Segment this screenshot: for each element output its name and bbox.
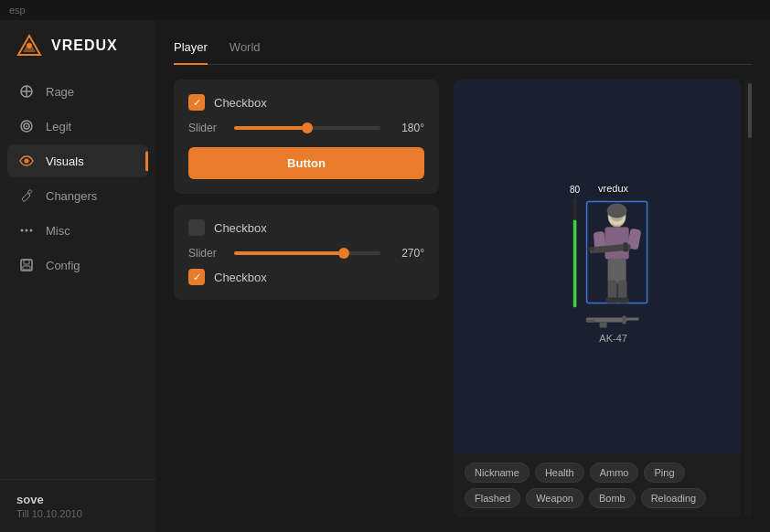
right-scrollbar[interactable] <box>744 80 752 517</box>
sidebar-nav: Rage Legit <box>0 75 155 479</box>
checkmark-2-icon: ✓ <box>193 272 201 282</box>
sidebar-item-legit[interactable]: Legit <box>7 110 148 143</box>
slider-row-2: Slider 270° <box>188 247 424 260</box>
svg-rect-25 <box>623 242 628 251</box>
tag-bomb[interactable]: Bomb <box>589 488 636 508</box>
left-panel: ✓ Checkbox Slider 180° Button <box>174 80 439 517</box>
health-bar <box>573 197 577 307</box>
sidebar-item-legit-label: Legit <box>46 120 71 133</box>
sidebar-item-misc-label: Misc <box>46 224 70 238</box>
card-2: Checkbox Slider 270° ✓ <box>174 205 439 300</box>
tag-weapon[interactable]: Weapon <box>526 488 583 508</box>
tab-world[interactable]: World <box>230 35 261 65</box>
health-number: 80 <box>570 185 580 195</box>
svg-rect-27 <box>608 280 617 300</box>
svg-rect-33 <box>623 315 626 324</box>
checkbox-2-label: Checkbox <box>214 221 267 235</box>
checkbox-1[interactable]: ✓ <box>188 94 205 111</box>
right-panel-wrapper: vredux 80 <box>454 80 752 517</box>
crosshair-icon <box>18 83 35 100</box>
target-icon <box>18 118 35 134</box>
sidebar-item-changers-label: Changers <box>46 189 97 203</box>
checkbox-3[interactable]: ✓ <box>188 269 205 285</box>
sidebar-logo: VREDUX <box>0 33 155 75</box>
svg-point-10 <box>30 229 33 232</box>
svg-rect-26 <box>608 258 626 283</box>
svg-point-8 <box>21 229 24 232</box>
tags-row: Nickname Health Ammo Ping Flashed <box>454 453 741 517</box>
svg-point-9 <box>26 229 28 232</box>
player-visual-row: 80 <box>573 197 654 307</box>
tag-nickname[interactable]: Nickname <box>465 463 529 483</box>
sidebar-username: sove <box>16 493 139 506</box>
player-sprite <box>581 197 654 307</box>
sidebar-logo-text: VREDUX <box>51 37 118 54</box>
checkbox-row-2: Checkbox <box>188 219 424 236</box>
sidebar: VREDUX Rage <box>0 20 155 532</box>
svg-rect-29 <box>606 297 618 303</box>
tab-player[interactable]: Player <box>174 35 208 65</box>
slider-1-track[interactable] <box>234 126 380 130</box>
button-1[interactable]: Button <box>188 147 424 179</box>
dots-icon <box>18 222 35 239</box>
svg-point-0 <box>27 43 32 48</box>
esp-preview: vredux 80 <box>454 80 741 453</box>
slider-2-track[interactable] <box>234 251 380 255</box>
svg-point-18 <box>607 203 627 218</box>
sidebar-item-misc[interactable]: Misc <box>7 214 148 247</box>
tab-bar: Player World <box>174 35 752 65</box>
sidebar-item-visuals[interactable]: Visuals <box>7 144 148 177</box>
checkbox-1-label: Checkbox <box>214 96 267 110</box>
slider-row-1: Slider 180° <box>188 122 424 134</box>
weapon-area: AK-47 <box>573 311 654 344</box>
card-1: ✓ Checkbox Slider 180° Button <box>174 80 439 194</box>
content-row: ✓ Checkbox Slider 180° Button <box>174 80 752 517</box>
wrench-icon <box>18 187 35 204</box>
checkbox-row-1: ✓ Checkbox <box>188 94 424 111</box>
svg-rect-32 <box>586 319 595 322</box>
app-container: VREDUX Rage <box>0 20 770 532</box>
tag-reloading[interactable]: Reloading <box>641 488 707 508</box>
checkbox-row-3: ✓ Checkbox <box>188 269 424 285</box>
svg-rect-34 <box>626 317 639 320</box>
weapon-name: AK-47 <box>573 333 654 344</box>
svg-point-7 <box>25 159 29 164</box>
health-bar-fill <box>573 219 577 307</box>
sidebar-item-config-label: Config <box>46 259 80 272</box>
sidebar-footer: sove Till 10.10.2010 <box>0 479 155 532</box>
checkmark-icon: ✓ <box>193 98 201 108</box>
tag-ping[interactable]: Ping <box>644 463 684 483</box>
sidebar-item-rage[interactable]: Rage <box>7 75 148 108</box>
svg-rect-13 <box>23 266 30 270</box>
top-bar: esp <box>0 0 770 20</box>
sidebar-item-visuals-label: Visuals <box>46 154 84 168</box>
svg-rect-28 <box>618 280 627 300</box>
checkbox-2[interactable] <box>188 219 205 236</box>
sidebar-item-changers[interactable]: Changers <box>7 179 148 212</box>
sidebar-item-rage-label: Rage <box>46 85 74 99</box>
sidebar-expiry: Till 10.10.2010 <box>16 508 139 519</box>
slider-2-value: 270° <box>390 247 424 260</box>
sidebar-item-config[interactable]: Config <box>7 249 148 282</box>
right-panel: vredux 80 <box>454 80 741 517</box>
tag-flashed[interactable]: Flashed <box>465 488 520 508</box>
slider-1-label: Slider <box>188 122 225 134</box>
tag-ammo[interactable]: Ammo <box>590 463 639 483</box>
eye-icon <box>18 153 35 169</box>
checkbox-3-label: Checkbox <box>214 271 267 284</box>
svg-rect-35 <box>600 322 607 327</box>
main-content: Player World ✓ Checkbox <box>155 20 770 532</box>
scrollbar-thumb <box>748 83 752 138</box>
player-name-tag: vredux <box>573 183 654 194</box>
tag-health[interactable]: Health <box>535 463 584 483</box>
save-icon <box>18 257 35 273</box>
slider-1-value: 180° <box>390 122 424 134</box>
player-box: vredux 80 <box>573 183 654 344</box>
svg-rect-30 <box>617 297 629 303</box>
slider-2-label: Slider <box>188 247 225 260</box>
svg-point-6 <box>26 125 27 127</box>
logo-icon <box>16 33 42 59</box>
top-bar-label: esp <box>9 5 26 16</box>
